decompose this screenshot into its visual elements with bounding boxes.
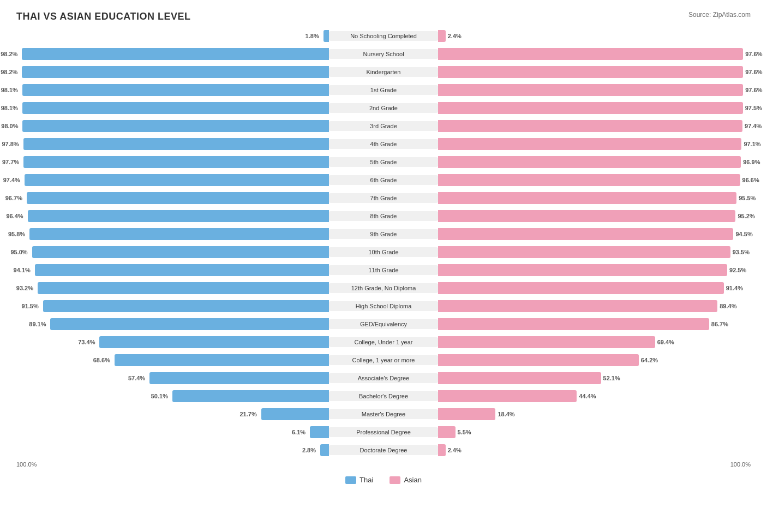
right-bar-section: 2.4% (438, 29, 751, 43)
thai-value-label: 97.4% (3, 177, 20, 183)
thai-bar (149, 372, 329, 384)
asian-value-label: 18.4% (498, 411, 514, 417)
asian-value-label: 97.5% (745, 105, 762, 111)
thai-bar (23, 156, 329, 168)
thai-value-label: 98.2% (1, 69, 17, 75)
education-level-label: 11th Grade (329, 265, 438, 275)
asian-bar (438, 444, 446, 456)
thai-value-label: 50.1% (151, 393, 168, 399)
asian-legend-label: Asian (404, 476, 422, 484)
education-level-label: Associate's Degree (329, 373, 438, 383)
education-level-label: College, Under 1 year (329, 337, 438, 347)
left-bar-section: 2.8% (16, 443, 329, 457)
thai-value-label: 97.8% (2, 141, 19, 147)
right-bar-section: 5.5% (438, 425, 751, 439)
bar-row: 97.7%5th Grade96.9% (16, 154, 751, 170)
thai-bar (35, 264, 329, 276)
asian-bar (438, 210, 735, 222)
asian-bar (438, 102, 743, 114)
left-bar-section: 6.1% (16, 425, 329, 439)
left-bar-section: 96.7% (16, 191, 329, 205)
bar-row: 93.2%12th Grade, No Diploma91.4% (16, 280, 751, 296)
asian-value-label: 86.7% (711, 321, 728, 327)
asian-bar (438, 156, 741, 168)
left-bar-section: 97.8% (16, 137, 329, 151)
asian-value-label: 94.5% (735, 231, 752, 237)
thai-bar (38, 282, 329, 294)
asian-bar (438, 426, 456, 438)
education-level-label: Kindergarten (329, 67, 438, 77)
thai-color-swatch (345, 476, 356, 484)
thai-value-label: 95.8% (8, 231, 25, 237)
thai-value-label: 91.5% (22, 303, 39, 309)
right-bar-section: 97.6% (438, 83, 751, 97)
asian-value-label: 95.5% (739, 195, 756, 201)
thai-value-label: 89.1% (29, 321, 46, 327)
bar-row: 94.1%11th Grade92.5% (16, 262, 751, 278)
right-bar-section: 92.5% (438, 263, 751, 277)
bar-row: 96.7%7th Grade95.5% (16, 190, 751, 206)
left-bar-section: 50.1% (16, 389, 329, 403)
bar-row: 57.4%Associate's Degree52.1% (16, 370, 751, 386)
education-level-label: 5th Grade (329, 157, 438, 167)
left-bar-section: 94.1% (16, 263, 329, 277)
thai-bar (43, 300, 329, 312)
thai-bar (25, 174, 329, 186)
bar-row: 68.6%College, 1 year or more64.2% (16, 352, 751, 368)
education-level-label: GED/Equivalency (329, 319, 438, 329)
asian-value-label: 96.6% (742, 177, 759, 183)
bar-row: 97.4%6th Grade96.6% (16, 172, 751, 188)
thai-bar (28, 210, 329, 222)
asian-value-label: 97.4% (745, 123, 762, 129)
asian-value-label: 95.2% (738, 213, 754, 219)
asian-value-label: 2.4% (448, 33, 462, 39)
bar-row: 50.1%Bachelor's Degree44.4% (16, 388, 751, 404)
right-bar-section: 95.2% (438, 209, 751, 223)
asian-value-label: 93.5% (733, 249, 750, 255)
right-bar-section: 97.5% (438, 101, 751, 115)
education-level-label: 10th Grade (329, 247, 438, 257)
right-bar-section: 94.5% (438, 227, 751, 241)
thai-bar (29, 228, 329, 240)
axis-right-label: 100.0% (730, 461, 751, 468)
left-bar-section: 91.5% (16, 299, 329, 313)
education-level-label: 8th Grade (329, 211, 438, 221)
thai-bar (27, 192, 329, 204)
education-level-label: Nursery School (329, 49, 438, 59)
bar-row: 21.7%Master's Degree18.4% (16, 406, 751, 422)
left-bar-section: 68.6% (16, 353, 329, 367)
right-bar-section: 69.4% (438, 335, 751, 349)
thai-bar (115, 354, 329, 366)
education-level-label: 3rd Grade (329, 121, 438, 131)
asian-bar (438, 246, 730, 258)
asian-bar (438, 174, 740, 186)
left-bar-section: 98.1% (16, 101, 329, 115)
bar-row: 89.1%GED/Equivalency86.7% (16, 316, 751, 332)
right-bar-section: 18.4% (438, 407, 751, 421)
thai-bar (22, 48, 329, 60)
right-bar-section: 97.6% (438, 65, 751, 79)
education-level-label: High School Diploma (329, 301, 438, 311)
thai-value-label: 93.2% (16, 285, 33, 291)
left-bar-section: 98.2% (16, 65, 329, 79)
right-bar-section: 64.2% (438, 353, 751, 367)
chart-title: THAI VS ASIAN EDUCATION LEVEL (16, 11, 751, 22)
source-label: Source: ZipAtlas.com (688, 11, 751, 19)
asian-bar (438, 300, 717, 312)
left-bar-section: 98.1% (16, 83, 329, 97)
asian-bar (438, 30, 446, 42)
bar-row: 98.1%1st Grade97.6% (16, 82, 751, 98)
thai-value-label: 98.1% (1, 105, 18, 111)
left-bar-section: 98.0% (16, 119, 329, 133)
thai-value-label: 98.1% (1, 87, 18, 93)
right-bar-section: 97.4% (438, 119, 751, 133)
left-bar-section: 95.8% (16, 227, 329, 241)
right-bar-section: 89.4% (438, 299, 751, 313)
asian-bar (438, 390, 577, 402)
asian-value-label: 97.6% (745, 87, 762, 93)
thai-bar (22, 102, 329, 114)
right-bar-section: 96.6% (438, 173, 751, 187)
right-bar-section: 91.4% (438, 281, 751, 295)
asian-bar (438, 408, 495, 420)
thai-value-label: 95.0% (10, 249, 27, 255)
